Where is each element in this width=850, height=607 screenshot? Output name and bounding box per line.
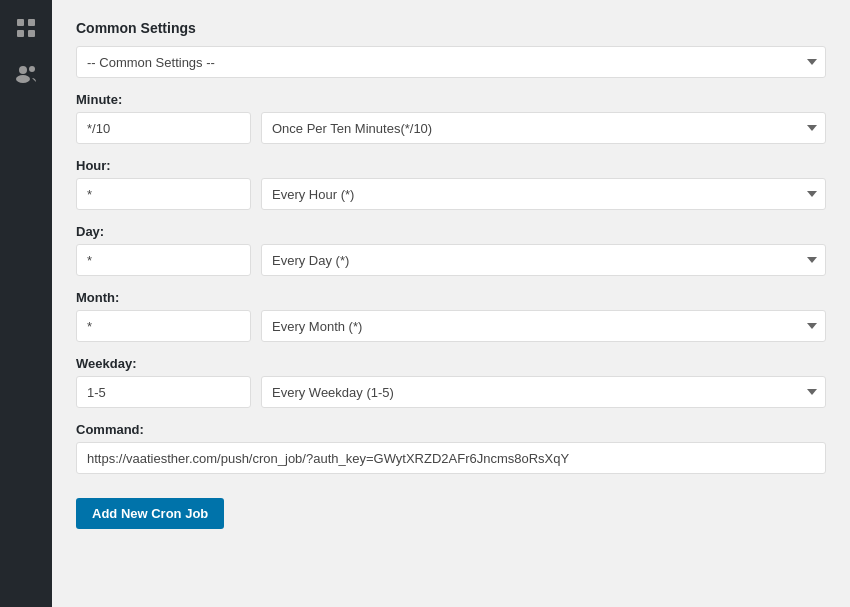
minute-group: Minute: Once Per Ten Minutes(*/10) xyxy=(76,92,826,144)
day-group: Day: Every Day (*) xyxy=(76,224,826,276)
weekday-select[interactable]: Every Weekday (1-5) xyxy=(261,376,826,408)
weekday-label: Weekday: xyxy=(76,356,826,371)
month-label: Month: xyxy=(76,290,826,305)
hour-input[interactable] xyxy=(76,178,251,210)
main-content: Common Settings -- Common Settings -- Mi… xyxy=(52,0,850,607)
minute-label: Minute: xyxy=(76,92,826,107)
month-input[interactable] xyxy=(76,310,251,342)
minute-input[interactable] xyxy=(76,112,251,144)
command-input[interactable] xyxy=(76,442,826,474)
section-title: Common Settings xyxy=(76,20,826,36)
svg-point-5 xyxy=(16,75,30,83)
day-select[interactable]: Every Day (*) xyxy=(261,244,826,276)
svg-rect-3 xyxy=(28,30,35,37)
day-input[interactable] xyxy=(76,244,251,276)
weekday-group: Weekday: Every Weekday (1-5) xyxy=(76,356,826,408)
svg-rect-1 xyxy=(28,19,35,26)
svg-rect-2 xyxy=(17,30,24,37)
month-select[interactable]: Every Month (*) xyxy=(261,310,826,342)
common-settings-group: -- Common Settings -- xyxy=(76,46,826,78)
svg-point-6 xyxy=(29,66,35,72)
hour-select[interactable]: Every Hour (*) xyxy=(261,178,826,210)
sidebar xyxy=(0,0,52,607)
command-group: Command: xyxy=(76,422,826,474)
svg-point-4 xyxy=(19,66,27,74)
command-label: Command: xyxy=(76,422,826,437)
add-cron-job-button[interactable]: Add New Cron Job xyxy=(76,498,224,529)
weekday-input[interactable] xyxy=(76,376,251,408)
day-label: Day: xyxy=(76,224,826,239)
common-settings-select[interactable]: -- Common Settings -- xyxy=(76,46,826,78)
grid-icon[interactable] xyxy=(8,10,44,46)
month-group: Month: Every Month (*) xyxy=(76,290,826,342)
svg-rect-0 xyxy=(17,19,24,26)
hour-group: Hour: Every Hour (*) xyxy=(76,158,826,210)
users-icon[interactable] xyxy=(8,56,44,92)
hour-label: Hour: xyxy=(76,158,826,173)
minute-select[interactable]: Once Per Ten Minutes(*/10) xyxy=(261,112,826,144)
